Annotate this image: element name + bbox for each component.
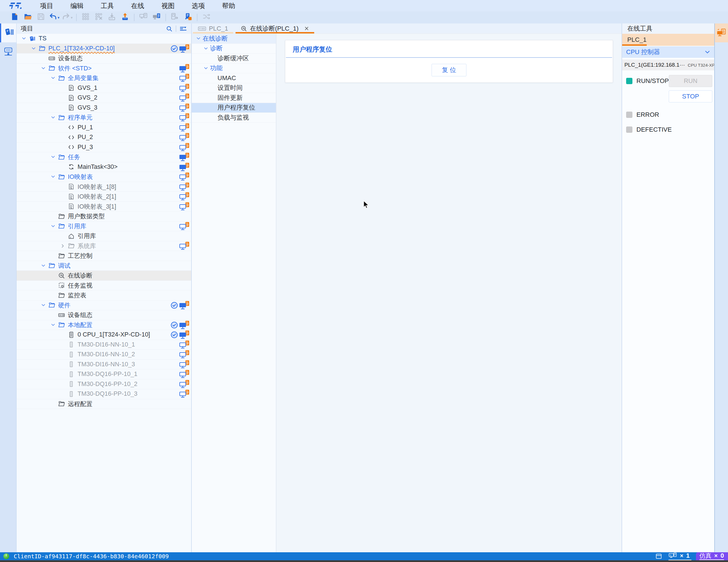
menu-item[interactable]: 工具 (92, 0, 122, 11)
tree-item[interactable]: 工艺控制 (17, 251, 191, 261)
reset-button[interactable]: 复位 (432, 64, 466, 76)
toolbar-separator (165, 14, 166, 21)
tree-item[interactable]: PU_1 (17, 123, 191, 133)
tree-item[interactable]: 引用库 (17, 221, 191, 231)
search-icon[interactable] (165, 24, 173, 33)
simulation-counter[interactable]: 仿真 × 0 (696, 552, 728, 560)
logout-device-button[interactable] (168, 12, 181, 23)
tree-item-label: 用户数据类型 (68, 212, 105, 220)
tree-item[interactable]: 系统库 (17, 241, 191, 251)
tree-item[interactable]: TM30-DI16-NN-10_2 (17, 350, 191, 360)
login-button[interactable] (150, 12, 163, 23)
tree-item[interactable]: GVS_2 (17, 93, 191, 103)
device-row[interactable]: PLC_1(GE1:192.168.1··· CPU T324-XP-··· (622, 60, 714, 70)
defective-led (626, 126, 632, 133)
tree-item[interactable]: PLC_1[T324-XP-CD-10] (17, 44, 191, 54)
menu-item[interactable]: 视图 (153, 0, 183, 11)
tree-item[interactable]: 引用库 (17, 231, 191, 241)
nav-item[interactable]: 功能 (192, 64, 276, 74)
cross-reference-button[interactable] (200, 12, 213, 23)
tree-item-status-icons (171, 300, 189, 310)
redo-button[interactable]: ▾ (61, 12, 74, 23)
tree-item[interactable]: MainTask<30> (17, 162, 191, 172)
device-connection-counter[interactable]: × 1 (668, 552, 691, 560)
tab-plc1[interactable]: PLC_1 (192, 23, 234, 33)
tree-item[interactable]: 本地配置 (17, 320, 191, 330)
stop-button[interactable]: STOP (669, 90, 712, 102)
tree-item[interactable]: 监控表 (17, 290, 191, 300)
tree-item[interactable]: 在线诊断 (17, 271, 191, 281)
nav-item[interactable]: 负载与监视 (192, 113, 276, 123)
tree-item[interactable]: 程序单元 (17, 113, 191, 123)
tree-item[interactable]: 任务 (17, 152, 191, 162)
tree-item-status-icons (179, 241, 189, 251)
tree-item[interactable]: PU_3 (17, 143, 191, 153)
tree-item[interactable]: 全局变量集 (17, 73, 191, 83)
tree-item[interactable]: 设备组态 (17, 310, 191, 320)
tree-item[interactable]: 设备组态 (17, 54, 191, 64)
window-layout-icon[interactable] (655, 553, 662, 560)
upload-button[interactable] (118, 12, 132, 23)
tree-item[interactable]: TM30-DQ16-PP-10_3 (17, 389, 191, 399)
page-title: 用户程序复位 (285, 40, 613, 57)
tab-online-diagnosis[interactable]: 在线诊断(PLC_1) (234, 23, 315, 33)
tree-item[interactable]: GVS_3 (17, 103, 191, 113)
tree-item[interactable]: TS (17, 34, 191, 44)
upload-icon (121, 12, 129, 23)
dropdown-caret-icon[interactable]: ▾ (71, 15, 73, 20)
tree-item[interactable]: PU_2 (17, 132, 191, 143)
sort-filter-icon[interactable] (179, 24, 187, 33)
nav-item[interactable]: UMAC (192, 73, 276, 83)
nav-item[interactable]: 用户程序复位 (192, 103, 276, 113)
menu-item[interactable]: 选项 (183, 0, 213, 11)
compile-all-button[interactable] (92, 12, 105, 23)
monitor-pair-button[interactable] (137, 12, 150, 23)
nav-item[interactable]: 诊断缓冲区 (192, 54, 276, 64)
online-tools-tab-plc1[interactable]: PLC_1 (622, 34, 714, 46)
tree-item-label: 本地配置 (68, 321, 92, 329)
device-sync-button[interactable] (181, 12, 195, 23)
menu-item[interactable]: 项目 (31, 0, 62, 11)
tree-item[interactable]: IO映射表 (17, 172, 191, 182)
new-project-button[interactable] (8, 12, 21, 23)
tree-item[interactable]: TM30-DI16-NN-10_1 (17, 340, 191, 350)
nav-item[interactable]: 固件更新 (192, 93, 276, 103)
tree-item[interactable]: 调试 (17, 261, 191, 271)
editor-content: 用户程序复位 复位 (276, 34, 622, 552)
download-icon (108, 12, 116, 23)
nav-item[interactable]: 设置时间 (192, 83, 276, 93)
nav-item[interactable]: 诊断 (192, 44, 276, 54)
tree-item[interactable]: 软件 <STD> (17, 64, 191, 74)
menu-item[interactable]: 帮助 (213, 0, 244, 11)
download-button[interactable] (105, 12, 118, 23)
online-tools-strip-button[interactable] (715, 23, 728, 42)
undo-button[interactable]: ▾ (48, 12, 61, 23)
save-button[interactable] (34, 12, 48, 23)
tree-item[interactable]: 用户数据类型 (17, 211, 191, 221)
run-button[interactable]: RUN (669, 75, 712, 87)
cpu-controller-section-header[interactable]: CPU 控制器 (622, 46, 714, 58)
menu-item[interactable]: 在线 (122, 0, 153, 11)
compile-button[interactable] (79, 12, 92, 23)
tree-item-label: 硬件 (58, 301, 70, 309)
tree-item[interactable]: 远程配置 (17, 399, 191, 409)
tree-item[interactable]: IO映射表_1[8] (17, 182, 191, 192)
tree-item[interactable]: 硬件 (17, 300, 191, 310)
tree-item[interactable]: 任务监视 (17, 281, 191, 291)
tree-item[interactable]: 0 CPU_1[T324-XP-CD-10] (17, 330, 191, 340)
menu-item[interactable]: 编辑 (62, 0, 92, 11)
close-icon[interactable] (304, 26, 309, 31)
activity-item-network-view[interactable] (0, 42, 16, 61)
tree-item[interactable]: GVS_1 (17, 83, 191, 93)
open-project-button[interactable] (21, 12, 34, 23)
tab-device-icon (198, 26, 206, 31)
activity-item-project-explorer[interactable] (0, 23, 16, 42)
tree-item[interactable]: IO映射表_3[1] (17, 202, 191, 212)
tree-item[interactable]: IO映射表_2[1] (17, 192, 191, 202)
tree-item[interactable]: TM30-DI16-NN-10_3 (17, 360, 191, 370)
monitor-outline-io-icon (179, 202, 189, 211)
tree-item[interactable]: TM30-DQ16-PP-10_2 (17, 379, 191, 389)
nav-item[interactable]: 在线诊断 (192, 34, 276, 44)
tree-item[interactable]: TM30-DQ16-PP-10_1 (17, 369, 191, 379)
dropdown-caret-icon[interactable]: ▾ (58, 15, 60, 20)
